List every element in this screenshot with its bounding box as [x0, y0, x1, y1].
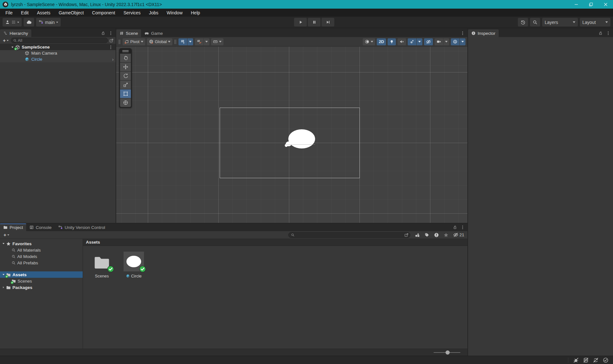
label-filter-icon[interactable]: [424, 232, 429, 238]
search-button[interactable]: [530, 18, 540, 27]
menu-component[interactable]: Component: [88, 9, 119, 17]
hierarchy-scene-row[interactable]: SampleScene: [0, 44, 116, 50]
progress-ok-icon[interactable]: [603, 357, 609, 363]
tab-inspector[interactable]: Inspector: [468, 29, 499, 37]
hidden-items-counter[interactable]: 21: [453, 232, 464, 238]
tree-item-all-materials[interactable]: All Materials: [0, 247, 83, 253]
shading-mode-dropdown[interactable]: [363, 38, 375, 45]
layers-dropdown[interactable]: Layers: [542, 18, 578, 27]
hierarchy-search-field[interactable]: All: [11, 38, 108, 43]
tree-item-scenes[interactable]: Scenes: [0, 278, 83, 284]
menu-window[interactable]: Window: [163, 9, 187, 17]
menu-jobs[interactable]: Jobs: [145, 9, 163, 17]
hierarchy-item-circle[interactable]: Circle ›: [0, 56, 116, 62]
auto-refresh-disabled-icon[interactable]: [593, 357, 599, 363]
kebab-menu-icon[interactable]: [460, 225, 465, 230]
asset-grid-body[interactable]: Scenes Circle: [83, 246, 467, 349]
rotate-tool-button[interactable]: [120, 72, 131, 80]
audio-mute-toggle[interactable]: [397, 38, 406, 45]
kebab-menu-icon[interactable]: [109, 45, 113, 49]
camera-settings-button[interactable]: [435, 38, 443, 45]
project-create-button[interactable]: +: [3, 232, 10, 238]
asset-item-scenes[interactable]: Scenes: [89, 252, 114, 278]
transform-tool-button[interactable]: [120, 98, 131, 107]
snap-increment-dropdown[interactable]: [211, 38, 223, 45]
type-filter-icon[interactable]: [415, 232, 420, 238]
gizmos-toggle[interactable]: [451, 38, 459, 45]
asset-item-circle[interactable]: Circle: [121, 252, 146, 278]
tab-game[interactable]: Game: [141, 29, 166, 37]
kebab-menu-icon[interactable]: [109, 31, 113, 35]
expand-caret-icon[interactable]: [3, 243, 4, 244]
version-control-branch-button[interactable]: main: [36, 18, 61, 27]
unlock-icon[interactable]: [101, 31, 105, 35]
orientation-dropdown[interactable]: Global: [147, 38, 173, 45]
tree-item-all-models[interactable]: All Models: [0, 253, 83, 260]
menu-gameobject[interactable]: GameObject: [55, 9, 88, 17]
tree-item-assets[interactable]: Assets: [0, 271, 83, 278]
toolbar-drag-handle[interactable]: [119, 40, 120, 44]
rect-tool-button[interactable]: [120, 89, 131, 98]
scene-viewport[interactable]: [116, 47, 467, 223]
cache-server-disconnected-icon[interactable]: [583, 357, 589, 363]
grid-snap-options[interactable]: [187, 38, 193, 45]
scale-tool-button[interactable]: [120, 80, 131, 89]
expand-caret-icon[interactable]: [11, 47, 13, 48]
move-tool-button[interactable]: [120, 63, 131, 71]
tab-unity-version-control[interactable]: Unity Version Control: [55, 224, 109, 231]
grid-visibility-options[interactable]: [204, 38, 209, 45]
hidden-objects-toggle[interactable]: [424, 38, 433, 45]
grid-snap-toggle[interactable]: [178, 38, 187, 45]
menu-edit[interactable]: Edit: [17, 9, 33, 17]
gizmos-options[interactable]: [460, 38, 465, 45]
step-button[interactable]: [322, 18, 334, 27]
menu-assets[interactable]: Assets: [33, 9, 55, 17]
unlock-icon[interactable]: [598, 31, 603, 35]
2d-mode-toggle[interactable]: 2D: [377, 38, 386, 45]
effects-toggle[interactable]: [408, 38, 416, 45]
hierarchy-create-button[interactable]: +: [2, 38, 10, 43]
layout-dropdown[interactable]: Layout: [580, 18, 610, 27]
project-search-input[interactable]: [296, 233, 403, 237]
camera-settings-options[interactable]: [443, 38, 449, 45]
unlock-icon[interactable]: [453, 225, 457, 230]
tab-scene[interactable]: Scene: [116, 29, 141, 37]
undo-history-button[interactable]: [518, 18, 528, 27]
menu-file[interactable]: File: [1, 9, 17, 17]
collapsed-caret-icon[interactable]: [3, 286, 4, 288]
chevron-right-icon[interactable]: ›: [112, 57, 114, 62]
circle-sprite[interactable]: [288, 129, 315, 148]
open-in-window-icon[interactable]: [109, 38, 114, 43]
grid-visibility-toggle[interactable]: [195, 38, 203, 45]
hierarchy-item-main-camera[interactable]: Main Camera: [0, 50, 116, 56]
pivot-mode-dropdown[interactable]: Pivot: [123, 38, 145, 45]
tab-project[interactable]: Project: [0, 224, 26, 231]
pause-button[interactable]: [308, 18, 321, 27]
expand-caret-icon[interactable]: [3, 274, 4, 275]
toolbar-drag-handle[interactable]: [175, 40, 176, 44]
tab-console[interactable]: Console: [26, 224, 55, 231]
menu-help[interactable]: Help: [187, 9, 204, 17]
minimize-button[interactable]: [569, 0, 584, 9]
tree-item-all-prefabs[interactable]: All Prefabs: [0, 260, 83, 266]
open-in-window-icon[interactable]: [404, 233, 409, 237]
account-button[interactable]: [3, 18, 22, 27]
view-hand-tool-button[interactable]: [120, 54, 131, 62]
close-button[interactable]: [598, 0, 613, 9]
tab-hierarchy[interactable]: Hierarchy: [0, 29, 31, 37]
overlay-drag-handle[interactable]: [120, 49, 131, 53]
thumbnail-size-slider[interactable]: [434, 350, 460, 355]
importance-filter-icon[interactable]: [434, 232, 439, 238]
effects-options[interactable]: [417, 38, 422, 45]
menu-services[interactable]: Services: [119, 9, 145, 17]
tree-item-packages[interactable]: Packages: [0, 284, 83, 291]
kebab-menu-icon[interactable]: [460, 31, 465, 35]
tree-item-favorites[interactable]: Favorites: [0, 240, 83, 247]
cloud-button[interactable]: [24, 18, 34, 27]
maximize-button[interactable]: [584, 0, 598, 9]
slider-thumb[interactable]: [445, 350, 450, 354]
debugger-disabled-icon[interactable]: [573, 357, 579, 363]
favorites-filter-icon[interactable]: [443, 232, 449, 238]
kebab-menu-icon[interactable]: [606, 31, 610, 35]
play-button[interactable]: [294, 18, 307, 27]
